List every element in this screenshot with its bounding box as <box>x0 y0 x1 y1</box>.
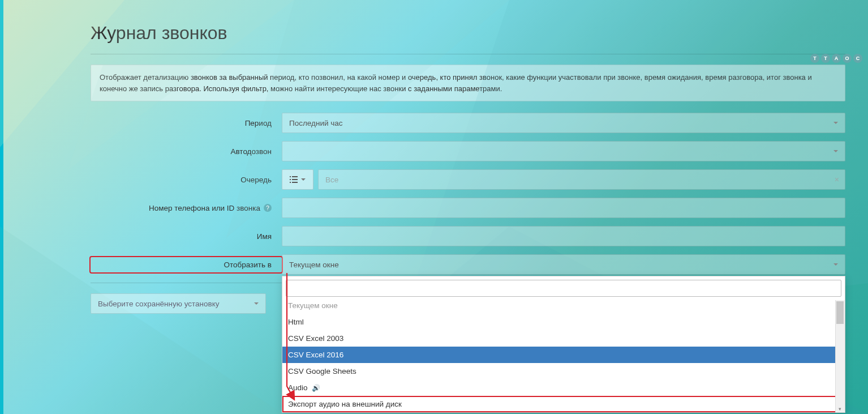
scroll-down-icon[interactable]: ▾ <box>837 406 843 412</box>
label-name: Имя <box>91 232 282 241</box>
queue-list-toggle[interactable] <box>282 169 313 190</box>
input-phone-field[interactable] <box>289 204 838 212</box>
select-autodial[interactable] <box>282 141 845 161</box>
row-autodial: Автодозвон <box>91 141 845 161</box>
label-autodial: Автодозвон <box>91 147 282 156</box>
input-name[interactable] <box>282 226 845 246</box>
svg-rect-8 <box>290 179 291 180</box>
label-period: Период <box>91 119 282 127</box>
select-display-in-value: Текущем окне <box>289 261 339 269</box>
input-queue[interactable]: × <box>318 169 845 190</box>
dropdown-option-html[interactable]: Html <box>282 314 845 330</box>
scrollbar[interactable]: ▴ ▾ <box>835 300 845 412</box>
tag-dot: О <box>843 54 852 63</box>
dropdown-option-audio-label: Audio <box>288 383 308 392</box>
info-box: Отображает детализацию звонков за выбран… <box>91 65 845 101</box>
tag-dot: С <box>853 54 862 63</box>
sound-icon: 🔊 <box>312 384 320 392</box>
dropdown-option-csv2016[interactable]: CSV Excel 2016 <box>282 347 845 363</box>
label-queue: Очередь <box>91 176 282 184</box>
svg-rect-7 <box>292 176 298 177</box>
row-period: Период Последний час <box>91 113 845 133</box>
left-accent-strip <box>0 0 3 414</box>
input-queue-field[interactable] <box>325 176 838 184</box>
chevron-down-icon <box>254 302 259 307</box>
dropdown-search-wrap <box>282 276 845 300</box>
svg-rect-11 <box>292 182 298 183</box>
tag-dot: А <box>832 54 841 63</box>
tag-dot: Т <box>810 54 819 63</box>
row-phone: Номер телефона или ID звонка ? <box>91 198 845 218</box>
select-period-value: Последний час <box>289 119 343 127</box>
clear-icon[interactable]: × <box>835 175 839 184</box>
svg-rect-10 <box>290 182 291 183</box>
select-period[interactable]: Последний час <box>282 113 845 133</box>
chevron-down-icon <box>301 178 306 183</box>
label-display-in: Отобразить в <box>91 257 282 272</box>
dropdown-option-audio[interactable]: Audio 🔊 <box>282 379 845 396</box>
dropdown-option-gsheets[interactable]: CSV Google Sheets <box>282 363 845 379</box>
row-queue: Очередь × <box>91 169 845 190</box>
svg-rect-6 <box>290 176 291 177</box>
svg-rect-9 <box>292 179 298 180</box>
title-divider <box>91 54 845 54</box>
tag-dot: Т <box>821 54 830 63</box>
select-display-in[interactable]: Текущем окне <box>282 254 845 275</box>
dropdown-option-export-audio[interactable]: Экспорт аудио на внешний диск <box>282 396 845 412</box>
input-phone[interactable] <box>282 198 845 218</box>
select-saved-preset[interactable]: Выберите сохранённую установку <box>91 293 266 314</box>
scrollbar-thumb[interactable] <box>836 301 844 324</box>
display-in-dropdown: Текущем окне Html CSV Excel 2003 CSV Exc… <box>282 276 845 413</box>
row-name: Имя <box>91 226 845 246</box>
row-display-in: Отобразить в Текущем окне Текущем окне H… <box>91 254 845 275</box>
dropdown-search-input[interactable] <box>286 280 841 297</box>
list-icon <box>290 176 298 183</box>
select-saved-preset-placeholder: Выберите сохранённую установку <box>98 300 220 308</box>
page-title: Журнал звонков <box>91 23 845 44</box>
input-name-field[interactable] <box>289 232 838 241</box>
dropdown-option-csv2003[interactable]: CSV Excel 2003 <box>282 330 845 347</box>
label-phone-text: Номер телефона или ID звонка <box>149 204 260 212</box>
tag-strip: Т Т А О С <box>810 54 862 63</box>
help-icon[interactable]: ? <box>264 204 272 212</box>
label-phone: Номер телефона или ID звонка ? <box>91 204 282 212</box>
dropdown-option-current[interactable]: Текущем окне <box>282 300 845 314</box>
dropdown-list[interactable]: Текущем окне Html CSV Excel 2003 CSV Exc… <box>282 300 845 412</box>
